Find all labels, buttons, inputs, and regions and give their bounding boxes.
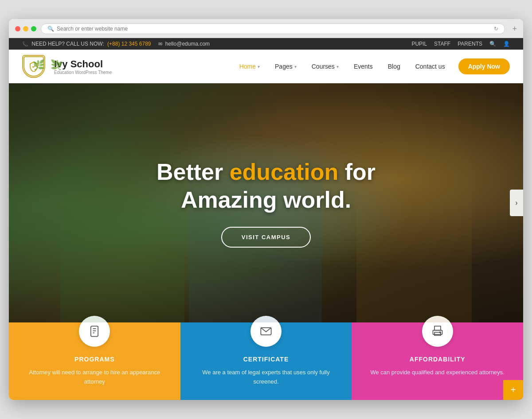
- nav-links: Home ▾ Pages ▾ Courses ▾ Events Blog: [233, 58, 510, 74]
- nav-events[interactable]: Events: [348, 59, 379, 74]
- features-section: PROGRAMS Attorney will need to arrange t…: [9, 322, 523, 400]
- email-info[interactable]: hello@eduma.com: [158, 41, 210, 47]
- hero-section: › Better education for Amazing world. VI…: [9, 83, 523, 322]
- user-icon-top[interactable]: 👤: [503, 41, 510, 47]
- svg-rect-0: [91, 326, 98, 337]
- browser-window: 🔍 ↻ + NEED HELP? CALL US NOW: (+88) 12 3…: [9, 19, 523, 400]
- logo-text: Ivy School Education WordPress Theme: [54, 58, 112, 75]
- programs-description: Attorney will need to arrange to hire an…: [22, 368, 167, 387]
- certificate-title: CERTIFICATE: [194, 356, 339, 363]
- nav-pages[interactable]: Pages ▾: [269, 59, 303, 74]
- window-controls: [15, 26, 36, 31]
- more-button[interactable]: +: [503, 380, 523, 400]
- affordability-description: We can provide qualified and experienced…: [365, 368, 510, 377]
- website-content: NEED HELP? CALL US NOW: (+88) 12 345 678…: [9, 38, 523, 400]
- nav-courses[interactable]: Courses ▾: [305, 59, 345, 74]
- visit-campus-button[interactable]: VISIT CAMPUS: [221, 227, 311, 248]
- apply-now-button[interactable]: Apply Now: [458, 58, 510, 74]
- top-bar: NEED HELP? CALL US NOW: (+88) 12 345 678…: [9, 38, 523, 50]
- nav-pages-arrow: ▾: [294, 64, 297, 69]
- nav-courses-arrow: ▾: [336, 64, 339, 69]
- parents-link[interactable]: PARENTS: [458, 41, 482, 47]
- feature-affordability: AFFORDABILITY We can provide qualified a…: [352, 322, 523, 400]
- address-bar[interactable]: 🔍 ↻: [41, 23, 505, 34]
- email-address: hello@eduma.com: [165, 41, 210, 47]
- navbar: 🌿 🌿 Ivy School Education WordPress Theme…: [9, 50, 523, 83]
- svg-point-8: [439, 332, 440, 333]
- laurel-left: 🌿: [33, 59, 45, 71]
- nav-contact[interactable]: Contact us: [409, 59, 451, 74]
- pupil-link[interactable]: PUPIL: [411, 41, 427, 47]
- laurel-right: 🌿: [51, 59, 63, 71]
- hero-title: Better education for Amazing world.: [156, 158, 376, 213]
- affordability-title: AFFORDABILITY: [365, 356, 510, 363]
- printer-icon: [431, 325, 444, 338]
- nav-blog[interactable]: Blog: [382, 59, 407, 74]
- feature-programs: PROGRAMS Attorney will need to arrange t…: [9, 322, 180, 400]
- document-icon: [88, 325, 101, 338]
- top-bar-links: PUPIL STAFF PARENTS 🔍 👤: [411, 41, 510, 47]
- email-icon: [158, 41, 164, 47]
- logo-subtitle: Education WordPress Theme: [54, 70, 112, 75]
- svg-rect-5: [434, 326, 441, 330]
- top-bar-contact: NEED HELP? CALL US NOW: (+88) 12 345 678…: [22, 41, 210, 47]
- programs-title: PROGRAMS: [22, 356, 167, 363]
- feature-certificate: CERTIFICATE We are a team of legal exper…: [180, 322, 352, 400]
- browser-chrome: 🔍 ↻ +: [9, 19, 523, 38]
- nav-home-arrow: ▾: [258, 64, 260, 69]
- search-icon-top[interactable]: 🔍: [489, 41, 496, 47]
- staff-link[interactable]: STAFF: [434, 41, 450, 47]
- minimize-button[interactable]: [23, 26, 28, 31]
- envelope-icon: [260, 325, 272, 338]
- phone-icon: [22, 41, 30, 47]
- logo-name: Ivy School: [54, 58, 112, 70]
- hero-content: Better education for Amazing world. VISI…: [156, 158, 376, 248]
- phone-number[interactable]: (+88) 12 345 6789: [107, 41, 151, 47]
- maximize-button[interactable]: [31, 26, 36, 31]
- phone-info: NEED HELP? CALL US NOW: (+88) 12 345 678…: [22, 41, 151, 47]
- phone-label: NEED HELP? CALL US NOW:: [31, 41, 104, 47]
- logo-area: 🌿 🌿 Ivy School Education WordPress Theme: [22, 55, 112, 78]
- refresh-icon[interactable]: ↻: [494, 26, 498, 32]
- nav-home[interactable]: Home ▾: [233, 59, 266, 74]
- close-button[interactable]: [15, 26, 20, 31]
- search-icon: 🔍: [47, 26, 54, 32]
- sidebar-toggle[interactable]: ›: [510, 190, 523, 216]
- certificate-description: We are a team of legal experts that uses…: [194, 368, 339, 387]
- new-tab-button[interactable]: +: [512, 24, 517, 34]
- address-input[interactable]: [57, 26, 491, 32]
